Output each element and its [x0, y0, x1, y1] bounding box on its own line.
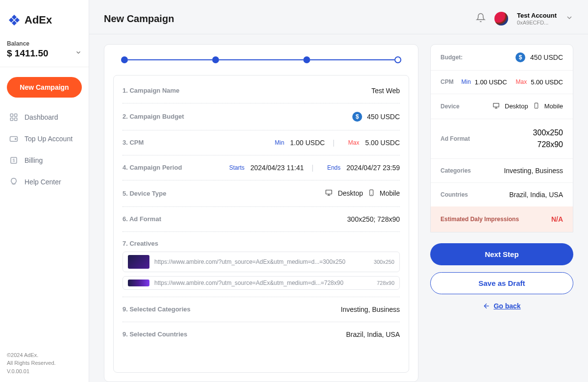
review-card: 1. Campaign Name Test Web 2. Campaign Bu… [104, 44, 418, 382]
sidebar-item-label: Dashboard [24, 113, 58, 121]
next-step-button[interactable]: Next Step [430, 243, 573, 265]
summary-panel: Budget: $ 450 USDC CPM Min 1.00 USDC Max… [430, 44, 573, 382]
account-address: 0xA9ECFD... [517, 20, 557, 26]
summary-label: Categories [441, 167, 471, 174]
step-2-dot[interactable] [212, 56, 219, 63]
review-value: $ 450 USDC [352, 112, 400, 122]
sidebar-item-label: Help Center [24, 178, 61, 186]
review-box: 1. Campaign Name Test Web 2. Campaign Bu… [113, 75, 409, 373]
sidebar-item-topup[interactable]: Top Up Account [7, 129, 82, 149]
review-row-creatives: 7. Creatives https://www.ambire.com/?utm… [122, 232, 400, 297]
svg-rect-15 [369, 190, 373, 196]
review-label: 4. Campaign Period [122, 164, 182, 171]
brand-logo[interactable]: AdEx [0, 0, 89, 36]
footer-copyright: ©2024 AdEx. [7, 351, 82, 359]
min-tag: Min [275, 139, 284, 146]
review-row-device: 5. Device Type Desktop Mobile [122, 180, 400, 207]
max-tag: Max [348, 139, 360, 146]
sidebar: AdEx Balance $ 1411.50 New Campaign Dash… [0, 0, 89, 382]
step-4-dot[interactable] [394, 56, 401, 63]
summary-label: Budget: [441, 54, 463, 61]
balance-value: $ 1411.50 [7, 48, 49, 59]
summary-label: Device [441, 103, 460, 110]
svg-point-9 [15, 138, 16, 139]
review-value: Investing, Business [341, 306, 400, 313]
chevron-down-icon[interactable] [75, 49, 82, 58]
review-label: 9. Selected Categories [122, 306, 191, 313]
notifications-icon[interactable] [476, 13, 486, 25]
review-label: 9. Selected Countries [122, 331, 187, 338]
step-1-dot[interactable] [121, 56, 128, 63]
page-title: New Campaign [104, 13, 174, 25]
topbar-right: Test Account 0xA9ECFD... [476, 12, 573, 26]
desktop-icon [325, 189, 333, 198]
summary-value: Min 1.00 USDC Max 5.00 USDC [461, 78, 563, 86]
footer-version: V.0.00.01 [7, 367, 82, 376]
brand-name: AdEx [24, 14, 52, 26]
min-tag: Min [461, 78, 470, 85]
estimate-label: Estimated Daly Impressions [441, 216, 519, 223]
sidebar-item-help[interactable]: Help Center [7, 172, 82, 192]
step-line [219, 59, 303, 60]
content: 1. Campaign Name Test Web 2. Campaign Bu… [89, 34, 588, 382]
avatar[interactable] [494, 12, 508, 25]
step-3-dot[interactable] [303, 56, 310, 63]
review-label: 6. Ad Format [122, 215, 161, 223]
creative-thumbnail [128, 280, 149, 286]
summary-row-estimate: Estimated Daly Impressions N/A [431, 206, 573, 232]
adex-logo-icon [8, 14, 21, 26]
summary-row-device: Device Desktop Mobile [431, 94, 573, 119]
creative-size: 728x90 [377, 280, 394, 286]
main: New Campaign Test Account 0xA9ECFD... [89, 0, 588, 382]
review-label: 2. Campaign Budget [122, 113, 184, 120]
new-campaign-button[interactable]: New Campaign [7, 77, 82, 98]
account-chevron-down-icon[interactable] [565, 14, 573, 24]
review-value: Desktop Mobile [325, 189, 400, 198]
svg-rect-4 [10, 114, 13, 116]
summary-row-categories: Categories Investing, Business [431, 159, 573, 183]
help-icon [9, 177, 19, 187]
go-back-label: Go back [493, 302, 520, 310]
save-draft-button[interactable]: Save as Draft [430, 272, 573, 294]
creative-item[interactable]: https://www.ambire.com/?utm_source=AdEx&… [122, 252, 400, 272]
svg-rect-7 [15, 118, 17, 121]
summary-label: Ad Format [441, 135, 470, 142]
sidebar-item-dashboard[interactable]: Dashboard [7, 107, 82, 127]
dashboard-icon [9, 112, 19, 122]
step-line [310, 59, 394, 60]
summary-card: Budget: $ 450 USDC CPM Min 1.00 USDC Max… [430, 44, 573, 232]
footer-rights: All Rights Reserved. [7, 359, 82, 367]
sidebar-nav: Dashboard Top Up Account $ Billing Help … [0, 107, 89, 192]
review-row-countries: 9. Selected Countries Brazil, India, USA [122, 322, 400, 347]
svg-rect-5 [15, 114, 17, 116]
go-back-link[interactable]: Go back [430, 302, 573, 310]
review-value: 300x250; 728x90 [347, 215, 400, 223]
summary-value: Investing, Business [504, 167, 563, 175]
creative-item[interactable]: https://www.ambire.com/?utm_source=AdEx&… [122, 276, 400, 290]
creative-size: 300x250 [374, 259, 394, 265]
svg-rect-6 [10, 118, 13, 121]
usdc-icon: $ [352, 112, 362, 122]
ends-tag: Ends [327, 164, 341, 171]
review-value: Brazil, India, USA [346, 331, 400, 338]
review-value: Test Web [371, 87, 400, 95]
svg-rect-20 [535, 103, 538, 108]
review-label: 5. Device Type [122, 190, 166, 197]
summary-row-cpm: CPM Min 1.00 USDC Max 5.00 USDC [431, 71, 573, 94]
starts-tag: Starts [229, 164, 245, 171]
max-tag: Max [516, 78, 527, 85]
summary-value: Brazil, India, USA [509, 191, 563, 199]
desktop-icon [492, 102, 500, 111]
review-row-format: 6. Ad Format 300x250; 728x90 [122, 207, 400, 232]
review-row-budget: 2. Campaign Budget $ 450 USDC [122, 103, 400, 130]
review-label: 1. Campaign Name [122, 87, 179, 94]
summary-label: CPM [441, 78, 454, 85]
wallet-icon [9, 134, 19, 144]
svg-rect-12 [326, 190, 332, 194]
mobile-icon [368, 189, 375, 198]
balance-widget[interactable]: Balance $ 1411.50 [0, 36, 89, 67]
review-row-name: 1. Campaign Name Test Web [122, 78, 400, 103]
creative-url: https://www.ambire.com/?utm_source=AdEx&… [154, 280, 372, 286]
usdc-icon: $ [515, 52, 525, 62]
sidebar-item-billing[interactable]: $ Billing [7, 151, 82, 170]
